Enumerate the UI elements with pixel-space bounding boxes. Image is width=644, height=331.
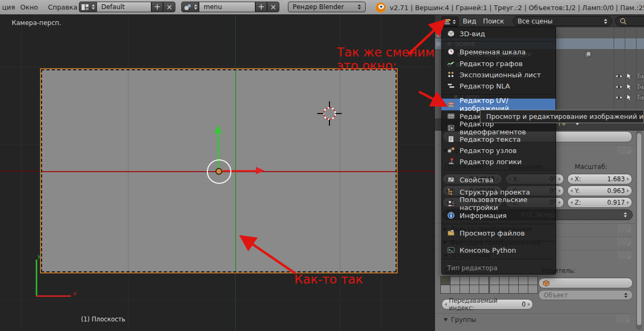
menu-window[interactable]: Окно [20,3,38,11]
menu-separator [442,259,554,260]
menu-help[interactable]: Справка [48,3,77,11]
menu-separator [442,241,554,242]
layout-browse-button[interactable] [79,2,97,12]
menu-item-info[interactable]: Информация [441,209,556,221]
mini-axis-x [36,295,71,297]
menu-separator [442,170,554,171]
updown-icon [453,20,456,24]
menu-item-timeline[interactable]: Временная шкала [441,46,556,58]
collapse-triangle-icon [444,318,448,321]
render-engine-select[interactable]: Рендер Blender [288,2,366,12]
parent-type-select[interactable]: Объект [538,290,633,300]
scrollbar-track[interactable] [636,130,642,330]
menu-separator [442,224,554,225]
restrict-icons-row[interactable] [615,83,644,91]
menu-separator [442,94,554,95]
layout-add-button[interactable]: + [151,2,163,12]
menu-item-python-console[interactable]: Консоль Python [441,244,556,256]
panel-drag-widget[interactable] [617,238,631,246]
annotation-note-top: Так же сменим это окно: [337,46,434,72]
scale-y-field[interactable]: Y:0.963 [567,185,632,196]
file-browser-icon [447,229,455,237]
pass-index-field[interactable]: Передаваемый индекс:0 [441,299,533,310]
tooltip: Просмотр и редактирование изображений и … [480,110,644,123]
layout-name-field[interactable]: Default [96,2,151,12]
panel-drag-widget[interactable] [617,146,631,154]
menu-item-nla-editor[interactable]: Редактор NLA [441,80,556,92]
active-object-label: (1) Плоскость [81,316,125,323]
menu-item-uv-image-editor[interactable]: Редактор UV/изображений [441,99,556,110]
editor-type-icon [444,19,451,25]
layout-delete-button[interactable]: × [163,2,175,12]
scene-name-field[interactable]: menu [199,2,255,12]
panel-drag-widget[interactable] [617,224,631,232]
layers-grid-left[interactable] [440,276,489,294]
restrict-icons-row[interactable] [615,94,644,101]
corner-widget[interactable] [636,2,643,9]
info-header: ция Окно Справка Default + × menu + × Ре… [0,0,644,15]
layers-grid-right[interactable] [489,276,538,294]
uv-image-editor-icon [447,101,455,108]
panel-separator [435,313,635,314]
restrict-icons-row[interactable] [615,72,644,80]
node-editor-icon [447,147,455,154]
search-icon [619,18,627,25]
view-name-label: Камера-персп. [12,19,61,27]
outliner-menu-view[interactable]: Вид [463,17,476,25]
blender-logo [375,2,387,13]
scene-browse-button[interactable] [181,2,199,12]
mini-axis-y [36,260,37,296]
manipulator-y-arrowhead [214,125,222,133]
panel-drag-widget[interactable] [617,251,631,259]
mini-axis-x-label: x [73,290,77,297]
manipulator-x-arrowhead [256,167,264,174]
scenes-filter-select[interactable]: Все сцены [513,16,612,26]
menu-item-logic-editor[interactable]: Редактор логики [441,156,556,167]
parent-object-field[interactable] [538,278,633,288]
menu-item-file-browser[interactable]: Просмотр файлов [441,227,556,239]
search-input[interactable] [615,16,644,26]
menu-item-properties[interactable]: Свойства [441,174,556,185]
scale-z-field[interactable]: Z:0.917 [567,197,632,208]
plus-icon: + [154,2,161,12]
grid-line [0,300,435,300]
python-console-icon [447,246,455,254]
scene-add-button[interactable]: + [255,2,267,12]
layer-cell-active[interactable] [441,277,450,285]
menu-item-dope-sheet[interactable]: Экспозиционный лист [441,69,556,80]
plus-icon: + [258,2,265,12]
menu-item-user-preferences[interactable]: Пользовательские настройки [441,198,556,209]
scale-label: Масштаб: [575,163,607,171]
expand-plus-icon[interactable]: ⊕ [436,32,441,39]
menu-item-3d-view[interactable]: 3D-вид [441,28,556,39]
scene-delete-button[interactable]: × [267,2,279,12]
timeline-icon [447,48,455,55]
layout-icon [81,4,89,11]
scrollbar-thumb[interactable] [637,133,641,325]
panel-groups-header[interactable]: Группы [444,316,476,324]
menu-item-graph-editor[interactable]: Редактор графов [441,58,556,69]
menu-footer-label: Тип редактора [441,262,556,274]
column-divider [614,27,614,118]
outliner-menu-search[interactable]: Поиск [483,17,504,25]
menu-item-movie-clip-editor[interactable]: Редактор видеофрагментов [441,122,556,134]
logic-editor-icon [447,158,455,165]
menu-item-node-editor[interactable]: Редактор узлов [441,144,556,156]
text-editor-icon [447,135,455,143]
engine-updown-icon [358,4,361,10]
scene-updown-icon [194,4,197,10]
editor-type-button[interactable] [441,17,458,27]
updown-icon [604,19,607,24]
mini-axis-y-label: y [37,253,41,260]
dope-sheet-icon [447,71,455,78]
chevron-down-icon[interactable] [576,123,579,125]
menu-item-text-editor[interactable]: Редактор текста [441,133,556,145]
image-stack-icon [585,51,591,58]
collapse-minus-icon[interactable]: ⊖ [436,41,441,47]
annotation-note-bottom: Как-то так [294,272,363,286]
scale-x-field[interactable]: X:1.683 [567,174,632,184]
panel-drag-widget[interactable] [616,315,630,323]
movie-clip-icon [447,124,455,132]
3d-view-icon [447,30,455,37]
menu-partial[interactable]: ция [2,3,15,11]
